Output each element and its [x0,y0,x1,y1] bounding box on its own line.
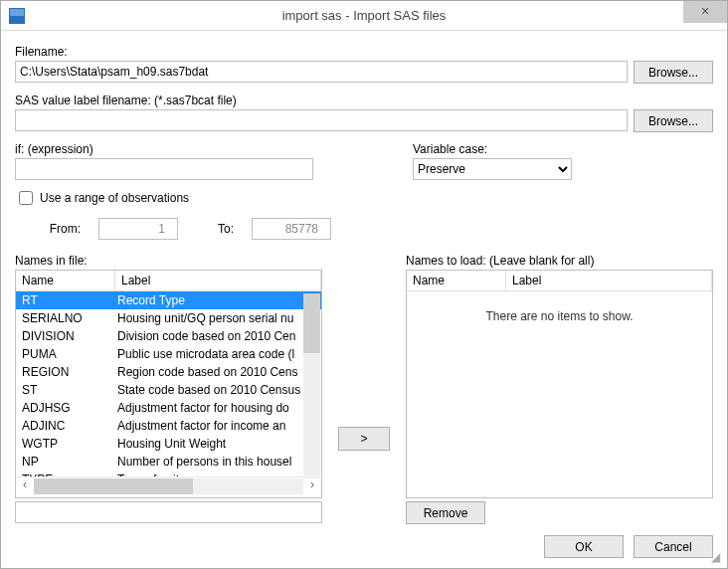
from-input [98,218,178,240]
use-range-label: Use a range of observations [40,191,189,205]
use-range-checkbox[interactable] [19,191,33,205]
filename-label: Filename: [15,45,713,59]
resize-grip-icon[interactable]: ◢ [711,552,725,566]
cell-name: NP [16,453,115,471]
window-title: import sas - Import SAS files [1,8,727,23]
cell-label: Housing unit/GQ person serial nu [115,309,321,327]
to-label: To: [196,222,234,236]
cell-name: REGION [16,363,115,381]
names-in-file-label: Names in file: [15,254,322,268]
cell-label: Housing Unit Weight [115,435,321,453]
filename-browse-button[interactable]: Browse... [634,61,713,84]
cell-label: Type of unit [115,471,321,476]
names-in-file-table[interactable]: Name Label RTRecord TypeSERIALNOHousing … [15,270,322,498]
table-row[interactable]: REGIONRegion code based on 2010 Cens [16,363,321,381]
filter-input[interactable] [15,501,322,523]
table-row[interactable]: DIVISIONDivision code based on 2010 Cen [16,327,321,345]
col-header-label[interactable]: Label [115,271,321,290]
titlebar: import sas - Import SAS files × [1,1,727,31]
scroll-right-icon[interactable]: › [303,477,321,495]
col2-header-name[interactable]: Name [407,271,506,290]
empty-message: There are no items to show. [407,291,712,323]
sas-value-label: SAS value label filename: (*.sas7bcat fi… [15,94,713,107]
cell-label: Adjustment factor for housing do [115,399,321,417]
cancel-button[interactable]: Cancel [634,535,713,558]
horizontal-scrollbar[interactable]: ‹ › [16,476,321,494]
dialog-body: Filename: Browse... SAS value label file… [1,31,727,568]
cell-name: WGTP [16,435,115,453]
table-row[interactable]: STState code based on 2010 Census [16,381,321,399]
table-row[interactable]: SERIALNOHousing unit/GQ person serial nu [16,309,321,327]
table-row[interactable]: PUMAPublic use microdata area code (l [16,345,321,363]
cell-label: State code based on 2010 Census [115,381,321,399]
cell-label: Record Type [115,291,321,309]
sas-value-input[interactable] [15,109,628,131]
table-row[interactable]: ADJINCAdjustment factor for income an [16,417,321,435]
table-row[interactable]: ADJHSGAdjustment factor for housing do [16,399,321,417]
varcase-select[interactable]: Preserve [413,158,572,180]
table-row[interactable]: RTRecord Type [16,291,321,309]
to-input [252,218,331,240]
cell-name: ST [16,381,115,399]
col2-header-label[interactable]: Label [506,271,712,290]
cell-name: ADJINC [16,417,115,435]
table-row[interactable]: TYPEType of unit [16,471,321,476]
cell-label: Number of persons in this housel [115,453,321,471]
scroll-left-icon[interactable]: ‹ [16,477,34,495]
col-header-name[interactable]: Name [16,271,115,290]
table-row[interactable]: NPNumber of persons in this housel [16,453,321,471]
cell-label: Division code based on 2010 Cen [115,327,321,345]
cell-name: PUMA [16,345,115,363]
from-label: From: [43,222,81,236]
cell-name: RT [16,291,115,309]
ok-button[interactable]: OK [544,535,624,558]
app-icon [9,8,25,24]
sas-value-browse-button[interactable]: Browse... [634,109,713,132]
remove-button[interactable]: Remove [406,501,485,524]
if-input[interactable] [15,158,313,180]
move-right-button[interactable]: > [338,427,390,451]
cell-name: ADJHSG [16,399,115,417]
names-to-load-label: Names to load: (Leave blank for all) [406,254,713,268]
cell-label: Public use microdata area code (l [115,345,321,363]
names-to-load-table[interactable]: Name Label There are no items to show. [406,270,713,498]
cell-name: DIVISION [16,327,115,345]
dialog-window: import sas - Import SAS files × Filename… [0,0,728,569]
if-label: if: (expression) [15,142,313,156]
filename-input[interactable] [15,61,628,83]
cell-name: SERIALNO [16,309,115,327]
cell-label: Adjustment factor for income an [115,417,321,435]
table-row[interactable]: WGTPHousing Unit Weight [16,435,321,453]
vertical-scrollbar[interactable] [303,293,320,478]
varcase-label: Variable case: [413,142,632,156]
cell-name: TYPE [16,471,115,476]
close-button[interactable]: × [683,1,727,23]
cell-label: Region code based on 2010 Cens [115,363,321,381]
